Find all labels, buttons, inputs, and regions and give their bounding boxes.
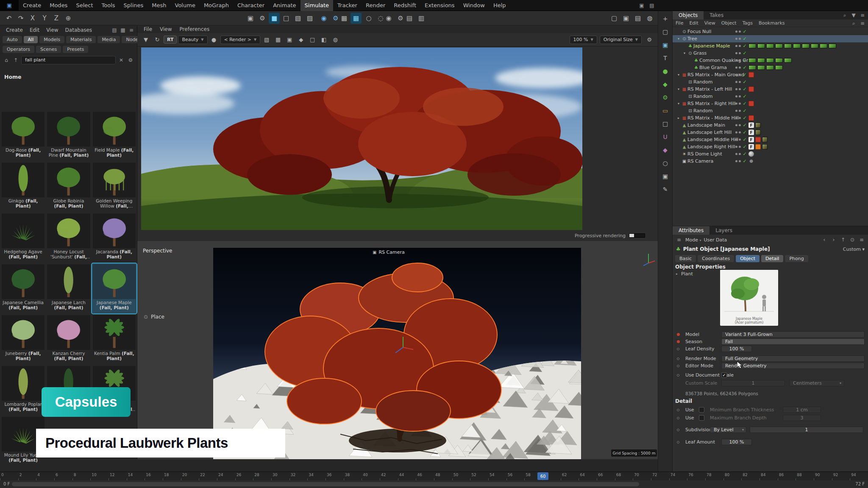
material-swatch[interactable] bbox=[757, 44, 765, 48]
f-tag-icon[interactable]: F bbox=[748, 137, 754, 142]
visibility-dot-render[interactable] bbox=[739, 81, 741, 83]
enabled-check-icon[interactable]: ✓ bbox=[742, 137, 747, 142]
material-swatch[interactable] bbox=[757, 58, 765, 63]
simulate-icon[interactable]: ◉ bbox=[318, 13, 329, 24]
keyframe-dot[interactable] bbox=[677, 348, 679, 350]
grid-overlay-icon[interactable]: ▦ bbox=[273, 35, 283, 45]
filter-icon[interactable]: ◆ bbox=[296, 35, 306, 45]
max-branch-field[interactable]: 3 bbox=[783, 415, 821, 421]
visibility-dot-render[interactable] bbox=[739, 67, 741, 69]
om-menu-tags[interactable]: Tags bbox=[740, 20, 756, 26]
filter-scenes[interactable]: Scenes bbox=[36, 46, 61, 53]
param-tab-object[interactable]: Object bbox=[736, 255, 760, 262]
redo-icon[interactable]: ↷ bbox=[15, 13, 26, 24]
enabled-check-icon[interactable]: ✓ bbox=[742, 72, 747, 78]
back-icon[interactable]: ‹ bbox=[821, 236, 828, 244]
panel-menu-icon[interactable]: ≡ bbox=[859, 11, 866, 19]
asset-item-golden-weeping-willow[interactable]: Golden Weeping Willow (Fall, Plant) bbox=[92, 162, 136, 212]
pv-icon[interactable]: ◍ bbox=[330, 35, 340, 45]
object-mode-icon[interactable]: □ bbox=[281, 13, 292, 24]
render-view-icon[interactable]: ▣ bbox=[245, 13, 256, 24]
history-icon[interactable]: ↻ bbox=[152, 35, 162, 45]
keyframe-dot[interactable] bbox=[677, 409, 679, 411]
material-swatch[interactable] bbox=[775, 58, 783, 63]
enabled-check-icon[interactable]: ✓ bbox=[742, 58, 747, 63]
enabled-check-icon[interactable]: ✓ bbox=[742, 43, 747, 49]
f-tag-icon[interactable]: F bbox=[748, 122, 754, 128]
asset-item-hedgehog-agave[interactable]: Hedgehog Agave (Fall, Plant) bbox=[1, 213, 45, 263]
playhead[interactable]: 60 bbox=[537, 472, 548, 480]
asset-item-ginkgo[interactable]: Ginkgo (Fall, Plant) bbox=[1, 162, 45, 212]
pin-icon[interactable]: ⊙ bbox=[849, 236, 856, 244]
timeline-ruler[interactable]: 0246810121416182022242628303234363840424… bbox=[0, 471, 868, 480]
asset-menu-databases[interactable]: Databases bbox=[62, 27, 96, 33]
material-swatch[interactable] bbox=[775, 44, 783, 48]
mode-dropdown[interactable]: Mode ▾ bbox=[685, 237, 701, 243]
object-row-landscape-right-hill[interactable]: ▲Landscape Right Hill✓F bbox=[673, 143, 868, 150]
lock-y-button[interactable]: Y bbox=[39, 13, 50, 24]
material-swatch[interactable] bbox=[784, 44, 792, 48]
visibility-dot-render[interactable] bbox=[739, 95, 741, 97]
start-render-icon[interactable]: ● bbox=[209, 35, 219, 45]
menu-help[interactable]: Help bbox=[489, 0, 510, 11]
om-menu-view[interactable]: View bbox=[701, 20, 718, 26]
visibility-dot-render[interactable] bbox=[739, 117, 741, 119]
menu-redshift[interactable]: Redshift bbox=[389, 0, 420, 11]
use-document-scale-checkbox[interactable]: ✓ bbox=[721, 372, 727, 378]
enabled-check-icon[interactable]: ✓ bbox=[742, 144, 747, 150]
lock-x-button[interactable]: X bbox=[27, 13, 38, 24]
expander-icon[interactable]: ▾ bbox=[676, 37, 681, 41]
visibility-dot-editor[interactable] bbox=[735, 52, 737, 54]
asset-item-dog-rose[interactable]: Dog-Rose (Fall, Plant) bbox=[1, 111, 45, 161]
material-swatch[interactable] bbox=[766, 65, 774, 70]
region-render-icon[interactable]: □ bbox=[307, 35, 317, 45]
visibility-dot-editor[interactable] bbox=[735, 67, 737, 69]
quantize-icon[interactable]: ◉ bbox=[383, 13, 394, 24]
max-branch-checkbox[interactable] bbox=[699, 415, 704, 421]
dome-tag-icon[interactable] bbox=[748, 151, 754, 157]
save-image-icon[interactable]: ▼ bbox=[141, 35, 151, 45]
render-menu-preferences[interactable]: Preferences bbox=[176, 26, 214, 32]
camera-label[interactable]: ▣ RS Camera bbox=[373, 250, 405, 255]
param-tab-basic[interactable]: Basic bbox=[675, 255, 696, 262]
enabled-check-icon[interactable]: ✓ bbox=[742, 158, 747, 164]
visibility-dot-render[interactable] bbox=[739, 52, 741, 54]
menu-mograph[interactable]: MoGraph bbox=[200, 0, 233, 11]
coord-system-icon[interactable]: ⊕ bbox=[63, 13, 74, 24]
pen-tool-icon[interactable]: ✎ bbox=[660, 184, 671, 195]
ab-compare-icon[interactable]: ▧ bbox=[262, 35, 272, 45]
menu-create[interactable]: Create bbox=[19, 0, 45, 11]
cloth-icon[interactable]: ▤ bbox=[404, 13, 415, 24]
custom-scale-field[interactable]: 1 bbox=[721, 380, 785, 386]
rs-tag-icon[interactable] bbox=[748, 115, 754, 121]
object-row-random[interactable]: ⚄Random✓ bbox=[673, 78, 868, 86]
object-row-random[interactable]: ⚄Random✓ bbox=[673, 93, 868, 100]
visibility-dot-render[interactable] bbox=[739, 124, 741, 126]
clear-search-icon[interactable]: ✕ bbox=[117, 56, 125, 64]
keyframe-dot[interactable] bbox=[677, 417, 679, 419]
render-menu-file[interactable]: File bbox=[140, 26, 156, 32]
asset-item-jacaranda[interactable]: Jacaranda (Fall, Plant) bbox=[92, 213, 136, 263]
visibility-dot-editor[interactable] bbox=[735, 81, 737, 83]
perspective-viewport[interactable]: Perspective ⊙ Place ▣ RS Camera Grid Spa… bbox=[137, 241, 658, 459]
rs-tag-icon[interactable] bbox=[755, 137, 761, 142]
object-row-tree[interactable]: ▾⊙Tree✓ bbox=[673, 35, 868, 42]
param-tab-coordinates[interactable]: Coordinates bbox=[698, 255, 734, 262]
tool-icon[interactable]: ▨ bbox=[304, 13, 315, 24]
expander-icon[interactable]: ▸ bbox=[676, 116, 681, 120]
visibility-dot-render[interactable] bbox=[739, 30, 741, 33]
enabled-check-icon[interactable]: ✓ bbox=[742, 108, 747, 114]
mat-tag-icon[interactable] bbox=[755, 130, 761, 135]
om-menu-edit[interactable]: Edit bbox=[686, 20, 701, 26]
menu-tracker[interactable]: Tracker bbox=[333, 0, 362, 11]
keyframe-dot[interactable] bbox=[677, 333, 680, 336]
keyframe-dot[interactable] bbox=[677, 358, 679, 360]
home-icon[interactable]: ⌂ bbox=[3, 56, 10, 64]
object-row-landscape-left-hill[interactable]: ▲Landscape Left Hill✓F bbox=[673, 129, 868, 136]
material-swatch[interactable] bbox=[766, 44, 774, 48]
object-row-landscape-middle-hill[interactable]: ▲Landscape Middle Hill✓F bbox=[673, 136, 868, 143]
menu-volume[interactable]: Volume bbox=[171, 0, 200, 11]
thumb-view-icon[interactable]: ▤ bbox=[111, 26, 118, 34]
text-tool-icon[interactable]: T bbox=[660, 53, 671, 64]
camera-tool-icon[interactable]: ▣ bbox=[660, 171, 671, 182]
